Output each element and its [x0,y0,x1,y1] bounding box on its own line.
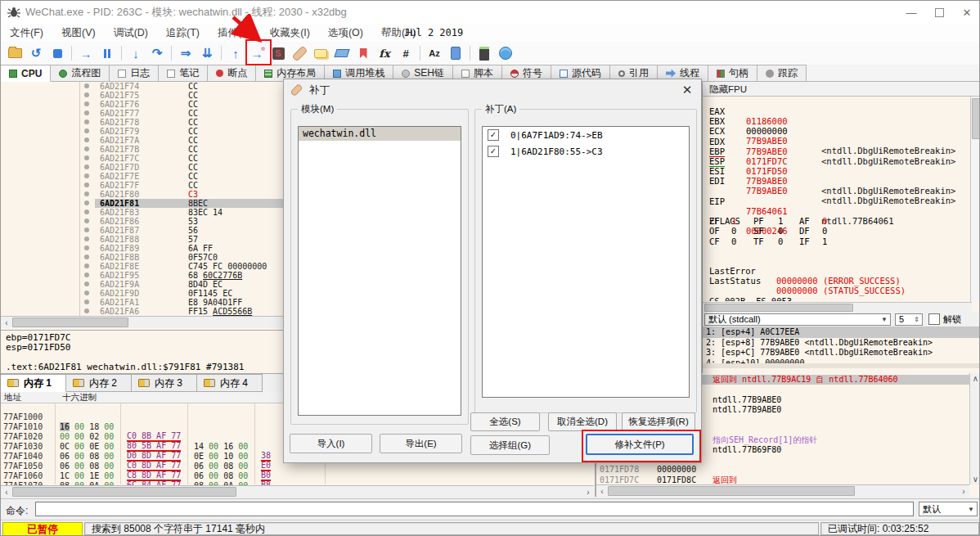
breakpoint-dot[interactable] [80,100,95,109]
execute-till-return-icon[interactable]: ⇒ [177,44,195,62]
register-row[interactable]: ESI 77B9ABE0 <ntdll.DbgUiRemoteBreakin> [703,156,971,166]
stack-row[interactable]: 0171FD7C 0171FD8C 返回到 [596,475,969,485]
patch-icon[interactable] [290,44,308,62]
breakpoint-dot[interactable] [80,298,95,307]
scroll-up-arrow[interactable]: ∧ [970,373,980,384]
breakpoint-dot[interactable] [80,226,95,235]
view-tab[interactable]: 句柄 [708,65,757,82]
minimize-button[interactable]: — [897,2,925,23]
breakpoint-dot[interactable] [80,199,95,208]
scroll-thumb[interactable] [972,98,980,139]
breakpoint-dot[interactable] [80,154,95,163]
register-row[interactable]: EIP 77B64061 ntdll.77B64061 [703,187,971,196]
step-over-icon[interactable]: ↷ [148,44,166,62]
export-button[interactable]: 导出(E) [380,434,462,453]
scroll-thumb[interactable] [12,318,128,327]
register-row[interactable]: EBX 00000000 [703,106,971,116]
maximize-button[interactable] [925,2,953,23]
comment-icon[interactable] [312,44,330,62]
scroll-thumb[interactable] [608,486,855,496]
view-tab[interactable]: 断点 [208,65,256,82]
breakpoint-dot[interactable] [80,253,95,262]
dump-hscrollbar[interactable]: ‹ › [1,485,594,497]
scroll-left-arrow[interactable]: ‹ [596,486,608,497]
dump-tab[interactable]: 内存 4 [197,374,263,392]
depth-spinner[interactable]: 5⇕ [895,313,923,326]
registers-vscrollbar[interactable] [970,97,980,302]
restart-icon[interactable]: ↺ [27,44,45,62]
argument-row[interactable]: 1: [esp+4] A0C17EEA [703,327,980,338]
register-row[interactable]: EDI 77B9ABE0 <ntdll.DbgUiRemoteBreakin> [703,166,971,176]
dialog-title-bar[interactable]: 补丁 [284,79,701,101]
stop-icon[interactable] [48,44,66,62]
patch-checkbox[interactable]: ✓ [488,146,499,157]
breakpoint-dot[interactable] [80,163,95,172]
menu-item[interactable]: 选项(O) [319,25,372,42]
globe-icon[interactable] [497,44,515,62]
register-row[interactable]: EFLAGS 00000246 [703,206,971,216]
register-row[interactable]: ESP 0171FD50 [703,146,971,156]
breakpoint-dot[interactable] [80,235,95,244]
patch-checkbox[interactable]: ✓ [488,129,499,141]
register-row[interactable]: ECX 77B9ABE0 <ntdll.DbgUiRemoteBreakin> [703,116,971,126]
menu-item[interactable]: 调试(D) [105,25,157,42]
breakpoint-dot[interactable] [80,172,95,181]
scroll-right-arrow[interactable]: › [958,486,969,497]
hash-icon[interactable]: # [397,44,415,62]
unlock-checkbox[interactable] [928,313,940,325]
register-list[interactable]: EAX 01186000 EBX 00000000 ECX 77B9ABE0 < [703,97,971,301]
run-icon[interactable]: → [77,44,95,62]
open-file-icon[interactable] [6,44,24,62]
menu-item[interactable]: 视图(V) [52,25,105,42]
stack-row[interactable]: 0171FD78 00000000 [596,465,969,475]
strings-icon[interactable]: Az [425,44,443,62]
dialog-close-button[interactable]: ✕ [678,82,696,98]
command-input[interactable] [35,502,914,516]
register-status-row[interactable]: GS 002B FS 0053 [703,286,971,296]
register-row[interactable] [703,196,971,206]
deselect-all-button[interactable]: 取消全选(D) [548,412,617,431]
register-row[interactable]: EBP 0171FD7C [703,137,971,146]
view-tab[interactable]: CPU [1,65,51,82]
breakpoint-dot[interactable] [80,136,95,145]
function-icon[interactable]: fx [375,44,393,62]
register-row[interactable]: EAX 01186000 [703,97,971,106]
menu-item[interactable]: 追踪(T) [157,25,209,42]
view-tab[interactable]: 流程图 [51,65,110,82]
breakpoint-dot[interactable] [80,181,95,190]
flags-row[interactable]: OF0 SF0 DF0 [703,226,971,236]
module-list-item[interactable]: wechatwin.dll [299,127,461,141]
patch-list[interactable]: ✓ 0|6A7F1AD9:74->EB ✓ 1|6AD21F80:55->C3 [482,126,690,398]
flags-row[interactable]: CF0 TF0 IF1 [703,236,971,246]
breakpoint-dot[interactable] [80,262,95,271]
breakpoint-dot[interactable] [80,127,95,136]
select-group-button[interactable]: 选择组(G) [470,435,550,455]
breakpoint-dot[interactable] [80,190,95,199]
argument-row[interactable]: 2: [esp+8] 77B9ABE0 <ntdll.DbgUiRemoteBr… [703,338,980,349]
dump-tab[interactable]: 内存 2 [66,374,132,392]
patch-list-item[interactable]: ✓ 1|6AD21F80:55->C3 [483,143,689,160]
run-to-user-code-icon[interactable]: ⇊ [198,44,216,62]
breakpoint-dot[interactable] [80,280,95,289]
register-row[interactable]: EDX 77B9ABE0 <ntdll.DbgUiRemoteBreakin> [703,127,971,137]
patch-list-item[interactable]: ✓ 0|6A7F1AD9:74->EB [483,127,689,143]
label-icon[interactable] [333,44,351,62]
view-tab[interactable]: 日志 [110,65,159,82]
arguments-hscrollbar[interactable] [703,363,980,368]
breakpoint-dot[interactable] [80,217,95,226]
breakpoint-dot[interactable] [80,91,95,100]
flags-row[interactable]: ZF1 PF1 AF0 [703,216,971,226]
scroll-thumb[interactable] [12,487,236,497]
breakpoint-dot[interactable] [80,145,95,154]
bookmark-icon[interactable] [354,44,372,62]
restore-selection-button[interactable]: 恢复选择项(R) [622,412,695,431]
menu-item[interactable]: 文件(F) [1,25,52,42]
dump-tab[interactable]: 内存 1 [1,374,66,392]
step-into-icon[interactable]: ↓ [127,44,145,62]
stack-hscrollbar[interactable]: ‹ › [596,484,969,497]
breakpoint-dot[interactable] [80,289,95,298]
pause-icon[interactable] [98,44,116,62]
convention-dropdown[interactable]: 默认 (stdcall)▼ [704,313,891,326]
dump-tab[interactable]: 内存 3 [132,374,197,392]
breakpoint-dot[interactable] [80,109,95,118]
